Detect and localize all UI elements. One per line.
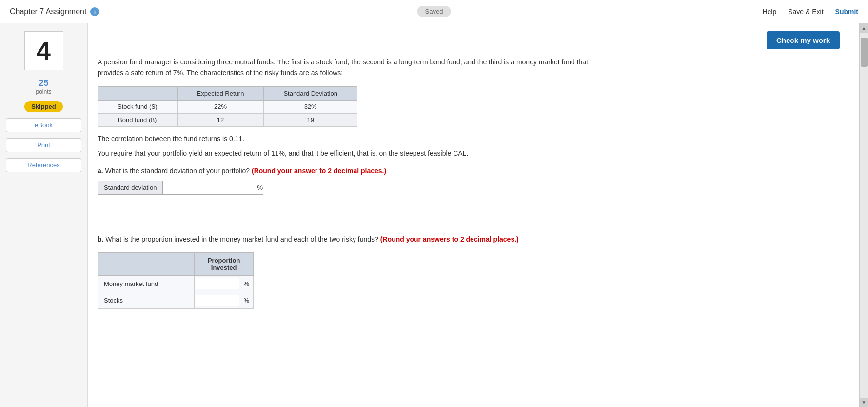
main-container: 4 25 points Skipped eBook Print Referenc… — [0, 23, 868, 407]
part-a-letter: a. — [98, 167, 103, 175]
std-dev-input[interactable] — [163, 181, 253, 194]
stocks-label: Stocks — [98, 292, 195, 309]
title-text: Chapter 7 Assignment — [10, 7, 86, 16]
submit-link[interactable]: Submit — [835, 8, 858, 16]
saved-badge: Saved — [417, 6, 451, 17]
scroll-thumb[interactable] — [861, 38, 868, 67]
points-number: 25 — [36, 78, 51, 88]
correlation-text: The correlation between the fund returns… — [98, 135, 845, 142]
expected-return-header: Expected Return — [177, 86, 264, 100]
stocks-input-cell: % — [195, 292, 254, 309]
std-dev-header: Standard Deviation — [264, 86, 357, 100]
page-title: Chapter 7 Assignment i — [10, 7, 99, 16]
standard-deviation-input-row: Standard deviation % — [98, 181, 263, 195]
question-number: 4 — [24, 31, 63, 70]
part-a-label: a. What is the standard deviation of you… — [98, 167, 845, 175]
bond-fund-label: Bond fund (B) — [98, 113, 178, 126]
stock-std-dev: 32% — [264, 100, 357, 113]
stocks-input[interactable] — [195, 295, 239, 306]
skipped-badge: Skipped — [24, 101, 63, 112]
table-row: Bond fund (B) 12 19 — [98, 113, 357, 126]
stock-fund-label: Stock fund (S) — [98, 100, 178, 113]
scroll-track[interactable] — [860, 33, 868, 398]
fund-data-table: Expected Return Standard Deviation Stock… — [98, 86, 357, 127]
std-dev-unit: % — [253, 181, 267, 194]
require-text: You require that your portfolio yield an… — [98, 149, 845, 157]
money-market-unit: % — [239, 278, 253, 289]
save-exit-link[interactable]: Save & Exit — [788, 8, 823, 16]
prop-empty-header — [98, 253, 195, 276]
references-button[interactable]: References — [6, 158, 81, 172]
table-row: Stock fund (S) 22% 32% — [98, 100, 357, 113]
check-my-work-button[interactable]: Check my work — [767, 31, 840, 49]
part-b-letter: b. — [98, 235, 103, 243]
topbar-actions: Help Save & Exit Submit — [762, 8, 858, 16]
question-text: A pension fund manager is considering th… — [98, 57, 610, 79]
scrollbar[interactable]: ▲ ▼ — [859, 23, 868, 407]
ebook-button[interactable]: eBook — [6, 118, 81, 132]
scroll-down-arrow[interactable]: ▼ — [860, 398, 868, 407]
points-label: 25 points — [36, 78, 51, 95]
part-b-label: b. What is the proportion invested in th… — [98, 234, 845, 244]
money-market-label: Money market fund — [98, 276, 195, 292]
print-button[interactable]: Print — [6, 138, 81, 152]
stocks-unit: % — [239, 295, 253, 306]
bond-std-dev: 19 — [264, 113, 357, 126]
money-market-input-cell: % — [195, 276, 254, 292]
scroll-up-arrow[interactable]: ▲ — [860, 23, 868, 33]
stock-expected-return: 22% — [177, 100, 264, 113]
proportion-invested-header: ProportionInvested — [195, 253, 254, 276]
topbar: Chapter 7 Assignment i Saved Help Save &… — [0, 0, 868, 23]
table-row: Money market fund % — [98, 276, 254, 292]
help-link[interactable]: Help — [762, 8, 776, 16]
bond-expected-return: 12 — [177, 113, 264, 126]
fund-col-header — [98, 86, 178, 100]
proportion-table: ProportionInvested Money market fund % S… — [98, 252, 254, 309]
content-area: Check my work A pension fund manager is … — [88, 23, 859, 407]
points-text: points — [36, 88, 51, 95]
sidebar: 4 25 points Skipped eBook Print Referenc… — [0, 23, 88, 407]
info-icon[interactable]: i — [90, 7, 99, 16]
table-row: Stocks % — [98, 292, 254, 309]
part-a-round-note: (Round your answer to 2 decimal places.) — [252, 167, 386, 175]
money-market-input[interactable] — [195, 278, 239, 289]
std-dev-input-label: Standard deviation — [98, 181, 163, 194]
part-b-round-note: (Round your answers to 2 decimal places.… — [380, 235, 519, 243]
